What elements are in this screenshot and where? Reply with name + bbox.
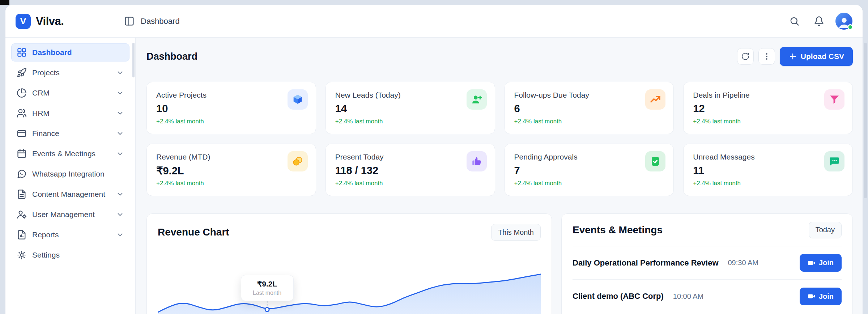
- refresh-button[interactable]: [737, 48, 754, 65]
- cube-icon: [288, 89, 308, 110]
- stat-label: Deals in Pipeline: [693, 91, 843, 99]
- sidebar-item-label: Settings: [32, 251, 60, 259]
- chevron-down-icon: [116, 69, 124, 77]
- brand-logo-letter: V: [20, 16, 26, 27]
- chevron-down-icon: [116, 130, 124, 137]
- stat-value: 14: [335, 103, 485, 115]
- sidebar-item-crm[interactable]: CRM: [11, 84, 129, 102]
- stat-card-pending-approvals: Pending Approvals 7 +2.4% last month: [505, 144, 674, 196]
- sidebar-item-finance[interactable]: Finance: [11, 124, 129, 143]
- stat-card-followups-due: Follow-ups Due Today 6 +2.4% last month: [505, 82, 674, 134]
- whatsapp-icon: [17, 169, 27, 179]
- sidebar-item-content-management[interactable]: Content Management: [11, 185, 129, 203]
- sidebar-item-events-meetings[interactable]: Events & Meetings: [11, 145, 129, 163]
- events-title: Events & Meetings: [573, 224, 663, 236]
- plus-icon: [788, 52, 797, 61]
- sidebar-item-label: HRM: [32, 109, 50, 118]
- chevron-down-icon: [116, 109, 124, 117]
- stat-value: 10: [156, 103, 306, 115]
- search-button[interactable]: [786, 13, 802, 29]
- brand-logo[interactable]: V: [16, 14, 31, 29]
- stat-change: +2.4% last month: [514, 118, 664, 125]
- join-button[interactable]: Join: [800, 254, 842, 272]
- event-row: Client demo (ABC Corp) 10:00 AM Join: [573, 280, 842, 313]
- stat-card-new-leads: New Leads (Today) 14 +2.4% last month: [326, 82, 495, 134]
- sidebar-item-label: Events & Meetings: [32, 149, 95, 158]
- search-icon: [789, 16, 800, 26]
- chart-tooltip: ₹9.2L Last month: [241, 275, 294, 301]
- stat-card-active-projects: Active Projects 10 +2.4% last month: [146, 82, 316, 134]
- revenue-chart-card: Revenue Chart This Month: [146, 213, 552, 314]
- chart-period-button[interactable]: This Month: [491, 224, 541, 241]
- avatar[interactable]: [835, 13, 852, 30]
- kebab-menu-icon: [762, 52, 771, 61]
- sidebar-item-label: Content Management: [32, 190, 105, 199]
- bell-icon: [814, 16, 824, 26]
- event-title: Daily Operational Performance Review: [573, 258, 719, 268]
- notifications-button[interactable]: [811, 13, 827, 29]
- event-time: 10:00 AM: [673, 292, 704, 301]
- events-filter-button[interactable]: Today: [809, 222, 842, 238]
- sidebar-item-hrm[interactable]: HRM: [11, 104, 129, 122]
- approval-icon: [645, 151, 665, 171]
- page-actions: Upload CSV: [737, 47, 853, 66]
- join-button[interactable]: Join: [800, 288, 842, 305]
- event-row: Daily Operational Performance Review 09:…: [573, 246, 842, 280]
- stat-value: 118 / 132: [335, 165, 485, 177]
- upload-csv-button[interactable]: Upload CSV: [780, 47, 853, 66]
- revenue-chart[interactable]: ₹9.2L Last month: [158, 249, 541, 314]
- gear-icon: [17, 250, 27, 260]
- sidebar-item-label: Projects: [32, 68, 60, 77]
- chevron-down-icon: [116, 150, 124, 158]
- sidebar-toggle-button[interactable]: [121, 13, 137, 29]
- sidebar-scrollbar[interactable]: [132, 43, 135, 77]
- stat-change: +2.4% last month: [156, 180, 306, 187]
- stat-card-present-today: Present Today 118 / 132 +2.4% last month: [326, 144, 495, 196]
- stat-label: Pending Approvals: [514, 153, 664, 161]
- stat-label: Present Today: [335, 153, 485, 161]
- tooltip-label: Last month: [245, 290, 290, 296]
- sidebar: Dashboard Projects CRM HRM: [5, 38, 136, 314]
- calendar-icon: [17, 149, 27, 159]
- more-options-button[interactable]: [758, 48, 775, 65]
- sidebar-item-label: Whatsapp Integration: [32, 170, 105, 178]
- revenue-chart-title: Revenue Chart: [158, 226, 229, 238]
- chat-icon: [824, 151, 844, 171]
- stat-card-deals-pipeline: Deals in Pipeline 12 +2.4% last month: [683, 82, 853, 134]
- app-body: Dashboard Projects CRM HRM: [5, 38, 863, 314]
- sidebar-item-settings[interactable]: Settings: [11, 246, 129, 264]
- grid-icon: [17, 47, 27, 58]
- sidebar-item-user-management[interactable]: User Management: [11, 205, 129, 224]
- report-icon: [17, 230, 27, 240]
- sidebar-item-label: Reports: [32, 230, 59, 239]
- thumbs-up-icon: [467, 151, 487, 171]
- user-gear-icon: [17, 209, 27, 220]
- stat-value: 11: [693, 165, 843, 177]
- stat-change: +2.4% last month: [335, 118, 485, 125]
- page-scrollbar[interactable]: [864, 43, 867, 198]
- sidebar-nav: Dashboard Projects CRM HRM: [11, 43, 129, 264]
- sidebar-item-whatsapp-integration[interactable]: Whatsapp Integration: [11, 165, 129, 183]
- sidebar-item-label: Finance: [32, 129, 59, 138]
- panel-left-icon: [124, 16, 135, 26]
- stat-change: +2.4% last month: [335, 180, 485, 187]
- event-title: Client demo (ABC Corp): [573, 292, 664, 301]
- sidebar-item-dashboard[interactable]: Dashboard: [11, 43, 129, 61]
- events-card: Events & Meetings Today Daily Operationa…: [561, 213, 853, 314]
- sidebar-item-reports[interactable]: Reports: [11, 226, 129, 244]
- online-status-dot: [847, 24, 853, 30]
- sidebar-item-label: CRM: [32, 89, 50, 97]
- window-corner-artifact: [0, 0, 9, 5]
- stat-label: New Leads (Today): [335, 91, 485, 99]
- page-header: Dashboard Upload CSV: [146, 47, 853, 66]
- chevron-down-icon: [116, 89, 124, 97]
- chart-active-point: [265, 307, 269, 311]
- stat-change: +2.4% last month: [693, 118, 843, 125]
- sidebar-item-projects[interactable]: Projects: [11, 64, 129, 82]
- file-text-icon: [17, 189, 27, 199]
- stat-label: Unread Messages: [693, 153, 843, 161]
- app-window: V Vilva. Dashboard: [5, 5, 863, 314]
- page-title: Dashboard: [146, 51, 197, 62]
- stat-label: Follow-ups Due Today: [514, 91, 664, 99]
- coins-icon: [288, 151, 308, 171]
